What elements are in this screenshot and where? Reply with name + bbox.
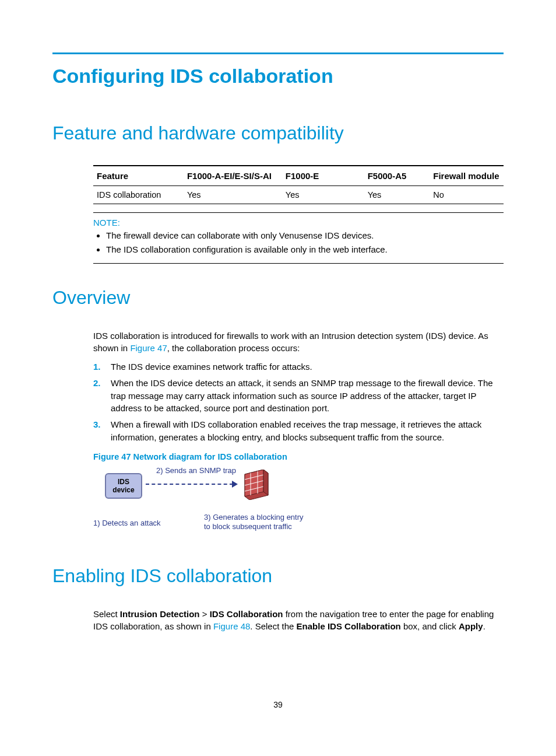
td-f1000a: Yes: [184, 186, 282, 204]
td-f5000a5: Yes: [364, 186, 430, 204]
block-line-1: 3) Generates a blocking entry: [204, 513, 304, 522]
section-enable-heading: Enabling IDS collaboration: [52, 565, 504, 587]
apply-button-label: Apply: [459, 621, 483, 631]
enable-text-j: .: [483, 621, 485, 631]
note-item: The IDS collaboration configuration is a…: [106, 244, 504, 256]
figure-47-caption: Figure 47 Network diagram for IDS collab…: [93, 452, 504, 461]
enable-text-f: . Select the: [250, 621, 296, 631]
title-rule: [52, 52, 504, 54]
td-feature: IDS collaboration: [93, 186, 184, 204]
step-2: When the IDS device detects an attack, i…: [93, 377, 504, 415]
td-f1000e: Yes: [282, 186, 364, 204]
ids-device-icon: IDS device: [105, 473, 142, 499]
th-fwmodule: Firewall module: [430, 166, 504, 186]
detect-attack-label: 1) Detects an attack: [93, 519, 161, 527]
enable-text-c: >: [200, 609, 210, 619]
step-3: When a firewall with IDS collaboration e…: [93, 418, 504, 444]
svg-marker-7: [263, 470, 268, 495]
note-block: NOTE: The firewall device can collaborat…: [93, 212, 504, 264]
figure-47-link[interactable]: Figure 47: [130, 343, 167, 353]
ids-label-2: device: [112, 486, 134, 494]
steps-list: The IDS device examines network traffic …: [93, 360, 504, 444]
compat-table: Feature F1000-A-EI/E-SI/S-AI F1000-E F50…: [93, 165, 504, 204]
snmp-trap-label: 2) Sends an SNMP trap: [156, 466, 236, 475]
page-title: Configuring IDS collaboration: [52, 65, 504, 88]
section-overview-heading: Overview: [52, 287, 504, 309]
firewall-icon: [240, 470, 273, 502]
overview-paragraph: IDS collaboration is introduced for fire…: [93, 330, 504, 355]
th-feature: Feature: [93, 166, 184, 186]
ids-label-1: IDS: [118, 478, 129, 486]
note-item: The firewall device can collaborate with…: [106, 230, 504, 242]
enable-ids-checkbox-label: Enable IDS Collaboration: [297, 621, 401, 631]
enable-paragraph: Select Intrusion Detection > IDS Collabo…: [93, 608, 504, 634]
nav-ids-collaboration: IDS Collaboration: [210, 609, 283, 619]
td-fwmodule: No: [430, 186, 504, 204]
nav-intrusion-detection: Intrusion Detection: [120, 609, 200, 619]
enable-text-h: box, and click: [401, 621, 459, 631]
block-line-2: to block subsequent traffic: [204, 522, 292, 531]
page-number: 39: [0, 700, 556, 709]
blocking-entry-label: 3) Generates a blocking entry to block s…: [204, 513, 304, 533]
overview-text-b: , the collaboration process occurs:: [167, 343, 300, 353]
snmp-arrow-head-icon: [232, 481, 238, 488]
th-f5000a5: F5000-A5: [364, 166, 430, 186]
th-f1000a: F1000-A-EI/E-SI/S-AI: [184, 166, 282, 186]
figure-48-link[interactable]: Figure 48: [213, 621, 250, 631]
table-row: IDS collaboration Yes Yes Yes No: [93, 186, 504, 204]
figure-47-diagram: IDS device 2) Sends an SNMP trap: [93, 466, 326, 542]
snmp-arrow-line: [146, 484, 233, 485]
enable-text-a: Select: [93, 609, 120, 619]
step-1: The IDS device examines network traffic …: [93, 360, 504, 373]
section-compat-heading: Feature and hardware compatibility: [52, 123, 504, 144]
th-f1000e: F1000-E: [282, 166, 364, 186]
note-label: NOTE:: [93, 218, 504, 228]
